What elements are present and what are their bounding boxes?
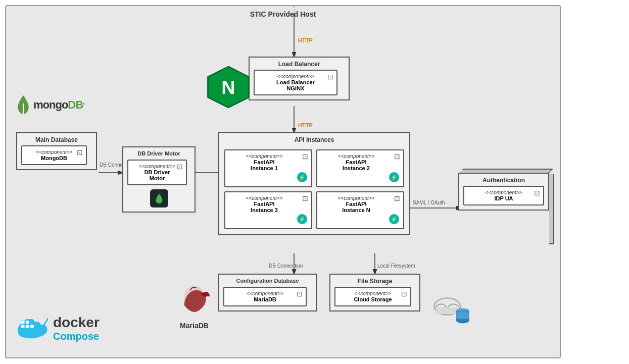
api3-label: <<component>> [229, 195, 299, 201]
svg-rect-20 [436, 307, 459, 314]
api1-label: <<component>> [229, 153, 299, 159]
filestorage-container: File Storage ⊡ <<component>> Cloud Stora… [329, 274, 420, 311]
nginx-comp-name: Load BalancerNGINX [259, 79, 332, 91]
fastapi-instance-3: ⊡ <<component>> FastAPIInstance 3 ⚡ [224, 191, 312, 229]
component-icon-2: ⊡ [177, 163, 183, 171]
docker-text-block: docker Compose [53, 315, 100, 342]
main-database-label: Main Database [35, 136, 78, 143]
authentication-container: Authentication ⊡ <<component>> IDP UA [458, 173, 549, 211]
auth-comp-name: IDP UA [468, 195, 539, 201]
svg-rect-26 [21, 325, 24, 328]
api2-label: <<component>> [321, 153, 391, 159]
svg-point-25 [456, 315, 469, 319]
api3-name: FastAPIInstance 3 [229, 201, 299, 213]
configdb-container: Configuration Database ⊡ <<component>> M… [218, 274, 317, 311]
fastapi-instance-1: ⊡ <<component>> FastAPIInstance 1 ⚡ [224, 149, 312, 187]
component-icon-3: ⊡ [327, 73, 333, 81]
mongodb-logo: mongoDB. [16, 94, 84, 115]
api-grid: ⊡ <<component>> FastAPIInstance 1 ⚡ ⊡ <<… [224, 149, 404, 229]
dbdriver-comp-name: DB DriverMotor [132, 169, 182, 181]
api2-name: FastAPIInstance 2 [321, 159, 391, 171]
idp-component: ⊡ <<component>> IDP UA [463, 186, 544, 205]
mariadb-comp-icon: ⊡ [297, 290, 303, 298]
cloud-comp-label: <<component>> [340, 291, 406, 296]
dbdriver-comp-label: <<component>> [132, 164, 182, 169]
auth-comp-icon: ⊡ [534, 189, 540, 197]
apiN-label: <<component>> [321, 195, 391, 201]
mariadb-comp-name: MariaDB [228, 296, 302, 302]
loadbalancer-container: Load Balancer ⊡ <<component>> Load Balan… [249, 57, 350, 100]
main-diagram-container: STIC Provided Host HTTP HTTP DB Connecti… [5, 5, 561, 358]
auth-label: Authentication [482, 177, 525, 184]
mariadb-text: MariaDB [178, 322, 211, 330]
api-instances-label: API Instances [295, 136, 334, 143]
motor-leaf-icon [154, 193, 165, 204]
loadbalancer-label: Load Balancer [278, 61, 320, 68]
svg-text:HTTP: HTTP [298, 37, 313, 43]
dbdriver-component: ⊡ <<component>> DB DriverMotor [127, 160, 187, 185]
stic-label: STIC Provided Host [250, 10, 316, 18]
docker-whale-icon [15, 315, 48, 342]
mongodb-comp-name: MongoDB [26, 155, 82, 161]
motor-icon [150, 189, 168, 207]
api3-bolt-icon: ⚡ [297, 214, 307, 224]
api-instances-container: API Instances ⊡ <<component>> FastAPIIns… [218, 132, 410, 235]
nginx-component: ⊡ <<component>> Load BalancerNGINX [254, 70, 337, 95]
mongodb-text: mongoDB. [33, 97, 84, 111]
svg-text:N: N [221, 77, 235, 98]
cloud-comp-icon: ⊡ [401, 290, 407, 298]
fastapi-instance-2: ⊡ <<component>> FastAPIInstance 2 ⚡ [316, 149, 404, 187]
auth-comp-label: <<component>> [468, 190, 539, 195]
filestorage-label: File Storage [358, 278, 393, 285]
cloud-comp-name: Cloud Storage [340, 296, 406, 302]
svg-rect-28 [30, 325, 34, 328]
docker-word: docker [53, 315, 100, 330]
nginx-logo: N [206, 64, 251, 117]
mariadb-seal-icon [178, 284, 211, 317]
api2-bolt-icon: ⚡ [389, 172, 399, 182]
cloud-storage-icon [430, 293, 473, 328]
dbdriver-label: DB Driver Motor [137, 150, 180, 157]
compose-word: Compose [53, 331, 99, 342]
docker-compose-logo: docker Compose [15, 315, 100, 342]
svg-rect-29 [21, 321, 24, 324]
mongodb-comp-label: <<component>> [26, 149, 82, 155]
mariadb-logo: MariaDB [178, 284, 211, 330]
api1-bolt-icon: ⚡ [297, 172, 307, 182]
component-icon: ⊡ [77, 148, 83, 157]
configdb-label: Configuration Database [236, 278, 299, 284]
mariadb-component: ⊡ <<component>> MariaDB [223, 287, 307, 306]
svg-text:Local Filesystem: Local Filesystem [377, 263, 415, 269]
main-database-container: Main Database ⊡ <<component>> MongoDB [16, 132, 97, 170]
svg-rect-30 [26, 321, 29, 324]
svg-text:DB Connection: DB Connection [269, 263, 303, 269]
api1-name: FastAPIInstance 1 [229, 159, 299, 171]
dbdriver-container: DB Driver Motor ⊡ <<component>> DB Drive… [122, 146, 196, 213]
fastapi-instance-n: ⊡ <<component>> FastAPIInstance N ⚡ [316, 191, 404, 229]
cloud-db-svg [430, 293, 473, 326]
nginx-hex-icon: N [206, 64, 251, 115]
mariadb-comp-label: <<component>> [228, 291, 302, 296]
svg-rect-27 [26, 325, 29, 328]
api1-icon: ⊡ [302, 152, 308, 161]
cloudstorage-component: ⊡ <<component>> Cloud Storage [334, 287, 411, 306]
mongodb-component: ⊡ <<component>> MongoDB [21, 145, 87, 165]
api2-icon: ⊡ [394, 152, 400, 161]
nginx-comp-label: <<component>> [259, 74, 332, 79]
mongodb-leaf-icon [16, 94, 30, 115]
svg-text:HTTP: HTTP [298, 122, 313, 128]
apiN-name: FastAPIInstance N [321, 201, 391, 213]
apiN-bolt-icon: ⚡ [389, 214, 399, 224]
api3-icon: ⊡ [302, 194, 308, 202]
svg-text:SAML / OAuth: SAML / OAuth [413, 200, 445, 205]
apiN-icon: ⊡ [394, 194, 400, 202]
